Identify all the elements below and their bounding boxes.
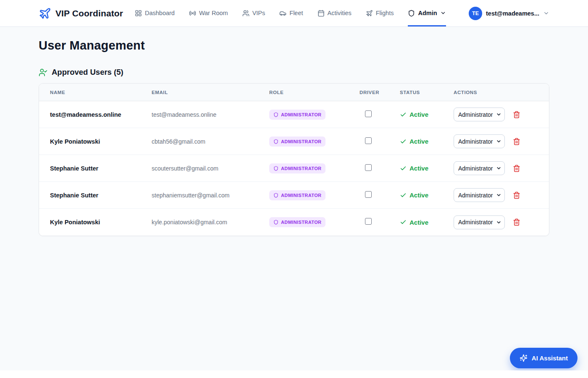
trash-icon [513, 111, 520, 118]
table-row: Stephanie Sutter stephaniemsutter@gmail.… [39, 182, 549, 209]
user-name: Kyle Poniatowski [50, 138, 152, 145]
shield-icon [273, 193, 278, 198]
user-email: cbtah56@gmail.com [152, 138, 269, 145]
role-badge: ADMINISTRATOR [269, 190, 326, 200]
sparkles-icon [520, 354, 528, 362]
avatar: TE [469, 7, 482, 20]
nav-item-vips[interactable]: VIPs [242, 0, 265, 26]
section-title: Approved Users (5) [52, 68, 123, 77]
shield-icon [273, 166, 278, 171]
user-email: scoutersutter@gmail.com [152, 165, 269, 172]
status-badge: Active [400, 165, 454, 172]
ai-assistant-button[interactable]: AI Assistant [510, 348, 578, 368]
driver-checkbox[interactable] [365, 164, 372, 171]
nav-item-flights[interactable]: Flights [366, 0, 394, 26]
status-badge: Active [400, 219, 454, 226]
role-badge: ADMINISTRATOR [269, 217, 326, 227]
header-role: Role [269, 90, 360, 95]
role-select[interactable]: Administrator [454, 108, 505, 121]
main-content: User Management Approved Users (5) Name … [39, 39, 549, 236]
header-driver: Driver [360, 90, 400, 95]
user-email: test@madeamess.online [152, 111, 269, 118]
user-email-label: test@madeames... [486, 10, 539, 17]
driver-checkbox[interactable] [365, 218, 372, 225]
role-select[interactable]: Administrator [454, 215, 505, 229]
trash-icon [513, 218, 520, 226]
footer-strip [0, 370, 588, 378]
role-select[interactable]: Administrator [454, 134, 505, 148]
users-table: Name Email Role Driver Status Actions te… [39, 83, 549, 236]
role-badge: ADMINISTRATOR [269, 136, 326, 147]
header-name: Name [50, 90, 152, 95]
table-row: Kyle Poniatowski cbtah56@gmail.com ADMIN… [39, 128, 549, 155]
user-name: Stephanie Sutter [50, 165, 152, 172]
check-icon [400, 165, 407, 172]
user-email: kyle.poniatowski@gmail.com [152, 219, 269, 226]
trash-icon [513, 165, 520, 172]
check-icon [400, 111, 407, 118]
table-row: test@madeamess.online test@madeamess.onl… [39, 101, 549, 128]
header-email: Email [152, 90, 269, 95]
check-icon [400, 192, 407, 199]
table-row: Kyle Poniatowski kyle.poniatowski@gmail.… [39, 209, 549, 236]
table-row: Stephanie Sutter scoutersutter@gmail.com… [39, 155, 549, 182]
main-nav: Dashboard War Room VIPs Fleet Activities… [135, 0, 446, 26]
status-badge: Active [400, 138, 454, 145]
shield-icon [273, 139, 278, 144]
table-body: test@madeamess.online test@madeamess.onl… [39, 101, 549, 236]
shield-icon [273, 220, 278, 225]
user-name: Stephanie Sutter [50, 192, 152, 199]
delete-user-button[interactable] [513, 111, 520, 118]
role-select[interactable]: Administrator [454, 161, 505, 175]
calendar-icon [318, 10, 325, 17]
section-header: Approved Users (5) [39, 68, 549, 77]
chevron-down-icon [543, 10, 549, 16]
role-select[interactable]: Administrator [454, 188, 505, 202]
chevron-down-icon [440, 10, 446, 16]
brand[interactable]: VIP Coordinator [39, 7, 123, 20]
user-check-icon [39, 68, 47, 77]
header-actions: Actions [454, 90, 538, 95]
nav-item-fleet[interactable]: Fleet [279, 0, 303, 26]
driver-checkbox[interactable] [365, 110, 372, 117]
user-email: stephaniemsutter@gmail.com [152, 192, 269, 199]
shield-icon [408, 10, 415, 17]
check-icon [400, 138, 407, 145]
header-status: Status [400, 90, 454, 95]
dashboard-grid-icon [135, 10, 142, 17]
nav-item-admin[interactable]: Admin [408, 0, 446, 26]
status-badge: Active [400, 192, 454, 199]
nav-item-war-room[interactable]: War Room [189, 0, 228, 26]
nav-item-activities[interactable]: Activities [318, 0, 352, 26]
driver-checkbox[interactable] [365, 191, 372, 198]
plane-icon [366, 10, 373, 17]
user-menu[interactable]: TE test@madeames... [469, 7, 549, 20]
car-icon [279, 10, 286, 17]
top-nav: VIP Coordinator Dashboard War Room VIPs … [0, 0, 588, 27]
role-badge: ADMINISTRATOR [269, 163, 326, 173]
user-name: test@madeamess.online [50, 111, 152, 118]
driver-checkbox[interactable] [365, 137, 372, 144]
trash-icon [513, 138, 520, 145]
shield-icon [273, 112, 278, 117]
nav-item-dashboard[interactable]: Dashboard [135, 0, 175, 26]
delete-user-button[interactable] [513, 218, 520, 226]
check-icon [400, 219, 407, 226]
role-badge: ADMINISTRATOR [269, 110, 326, 120]
user-name: Kyle Poniatowski [50, 219, 152, 226]
trash-icon [513, 192, 520, 199]
status-badge: Active [400, 111, 454, 118]
broadcast-icon [189, 10, 196, 17]
table-header-row: Name Email Role Driver Status Actions [39, 84, 549, 101]
delete-user-button[interactable] [513, 138, 520, 145]
brand-title: VIP Coordinator [55, 8, 123, 18]
delete-user-button[interactable] [513, 192, 520, 199]
users-icon [242, 10, 249, 17]
page-title: User Management [39, 39, 549, 52]
delete-user-button[interactable] [513, 165, 520, 172]
brand-plane-icon [39, 7, 51, 20]
